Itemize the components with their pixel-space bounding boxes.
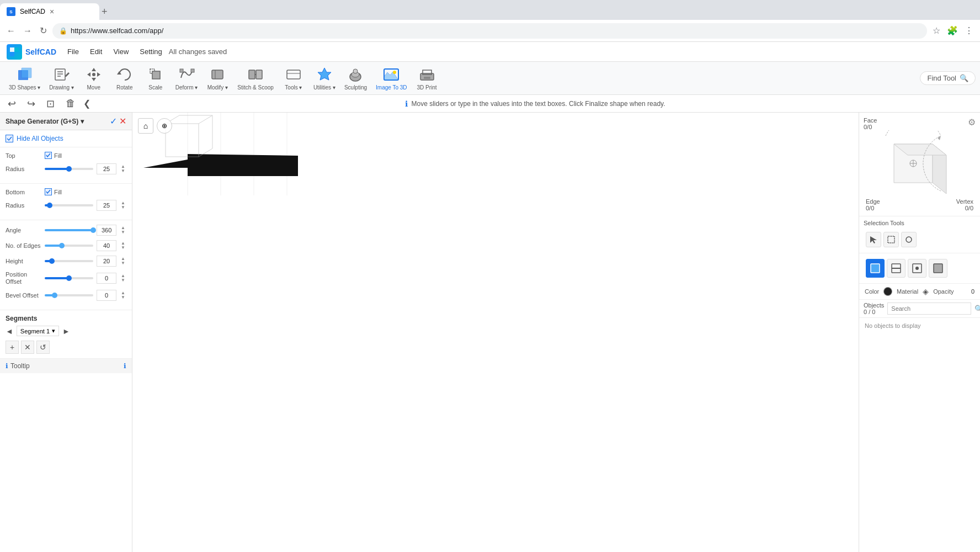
bottom-radius-down[interactable]: ▼ bbox=[120, 205, 126, 210]
tool-modify[interactable]: Modify ▾ bbox=[202, 63, 233, 93]
top-radius-thumb[interactable] bbox=[66, 166, 72, 172]
bottom-radius-slider-container[interactable] bbox=[45, 204, 93, 206]
angle-thumb[interactable] bbox=[90, 227, 96, 233]
delete-btn[interactable]: 🗑 bbox=[62, 97, 79, 110]
top-radius-slider[interactable] bbox=[45, 168, 93, 170]
panel-cancel-btn[interactable]: ✕ bbox=[119, 116, 126, 126]
tool-drawing[interactable]: Drawing ▾ bbox=[45, 63, 78, 93]
height-thumb[interactable] bbox=[49, 258, 55, 264]
height-slider-container[interactable] bbox=[45, 260, 93, 262]
face-select-tool[interactable] bbox=[866, 259, 885, 278]
bevel-down[interactable]: ▼ bbox=[120, 295, 126, 300]
panel-confirm-btn[interactable]: ✓ bbox=[110, 116, 117, 126]
home-view-btn[interactable]: ⌂ bbox=[138, 118, 153, 134]
edges-thumb[interactable] bbox=[59, 243, 65, 248]
tool-3d-shapes[interactable]: 3D Shapes ▾ bbox=[4, 63, 45, 93]
pos-offset-down[interactable]: ▼ bbox=[120, 278, 126, 283]
segment-remove-btn[interactable]: ✕ bbox=[21, 341, 34, 354]
segment-prev-btn[interactable]: ◄ bbox=[6, 327, 13, 336]
bookmark-icon[interactable]: ☆ bbox=[930, 23, 942, 38]
view-menu[interactable]: View bbox=[109, 45, 133, 58]
bevel-thumb[interactable] bbox=[52, 293, 57, 298]
menu-icon[interactable]: ⋮ bbox=[962, 23, 976, 38]
color-picker[interactable] bbox=[883, 287, 892, 296]
view-settings-icon[interactable]: ⚙ bbox=[968, 117, 976, 128]
segment-select[interactable]: Segment 1 ▾ bbox=[17, 326, 59, 336]
setting-menu[interactable]: Setting bbox=[135, 45, 166, 58]
angle-slider-container[interactable] bbox=[45, 229, 93, 231]
pos-offset-thumb[interactable] bbox=[66, 275, 72, 281]
tool-utilities[interactable]: Utilities ▾ bbox=[309, 63, 340, 93]
bottom-fill-checkbox[interactable] bbox=[45, 188, 52, 195]
redo-btn[interactable]: ↪ bbox=[24, 97, 39, 111]
copy-btn[interactable]: ⊡ bbox=[43, 97, 58, 111]
material-icon[interactable]: ◈ bbox=[923, 287, 929, 296]
angle-spinner[interactable]: ▲ ▼ bbox=[120, 226, 126, 235]
vertex-select-tool[interactable] bbox=[908, 259, 926, 278]
bevel-slider-container[interactable] bbox=[45, 294, 93, 296]
bottom-radius-thumb[interactable] bbox=[47, 203, 52, 208]
address-bar[interactable]: 🔒 https://www.selfcad.com/app/ bbox=[52, 23, 927, 39]
file-menu[interactable]: File bbox=[63, 45, 83, 58]
undo-btn[interactable]: ↩ bbox=[4, 97, 19, 111]
nav-cube[interactable] bbox=[864, 130, 963, 197]
bevel-slider[interactable] bbox=[45, 294, 93, 296]
tool-image-to-3d[interactable]: Image To 3D bbox=[371, 63, 412, 93]
pos-offset-input[interactable] bbox=[97, 273, 116, 284]
pos-offset-spinner[interactable]: ▲ ▼ bbox=[120, 274, 126, 283]
hide-objects-checkbox[interactable] bbox=[6, 135, 13, 142]
objects-search-icon[interactable]: 🔍 bbox=[974, 305, 980, 313]
tooltip-help-icon[interactable]: ℹ bbox=[124, 362, 126, 370]
top-radius-slider-container[interactable] bbox=[45, 168, 93, 170]
extensions-icon[interactable]: 🧩 bbox=[945, 23, 960, 38]
forward-btn[interactable]: → bbox=[21, 24, 34, 38]
top-radius-spinner[interactable]: ▲ ▼ bbox=[120, 164, 126, 173]
top-fill-checkbox[interactable] bbox=[45, 152, 52, 159]
find-tool-btn[interactable]: Find Tool 🔍 bbox=[920, 71, 976, 85]
edge-select-tool[interactable] bbox=[887, 259, 906, 278]
edges-spinner[interactable]: ▲ ▼ bbox=[120, 241, 126, 250]
viewport[interactable]: 1. 2. 3. 4. 5. bbox=[132, 113, 859, 552]
object-select-tool[interactable] bbox=[929, 259, 947, 278]
bottom-radius-slider[interactable] bbox=[45, 204, 93, 206]
segment-reset-btn[interactable]: ↺ bbox=[36, 341, 50, 354]
height-spinner[interactable]: ▲ ▼ bbox=[120, 257, 126, 266]
tab-close-btn[interactable]: × bbox=[50, 7, 54, 16]
bottom-radius-input[interactable] bbox=[97, 200, 116, 211]
height-input[interactable] bbox=[97, 256, 116, 267]
angle-down[interactable]: ▼ bbox=[120, 230, 126, 235]
bevel-spinner[interactable]: ▲ ▼ bbox=[120, 291, 126, 300]
bottom-fill-check[interactable]: Fill bbox=[45, 188, 62, 195]
segment-next-btn[interactable]: ► bbox=[62, 327, 70, 336]
edges-slider[interactable] bbox=[45, 245, 93, 247]
segment-add-btn[interactable]: + bbox=[6, 341, 19, 354]
back-btn[interactable]: ← bbox=[4, 24, 18, 38]
height-down[interactable]: ▼ bbox=[120, 261, 126, 266]
compass-btn[interactable]: ⊕ bbox=[157, 118, 172, 134]
angle-slider[interactable] bbox=[45, 229, 93, 231]
edges-input[interactable] bbox=[97, 240, 116, 251]
select-brush-tool[interactable] bbox=[901, 232, 917, 247]
panel-dropdown-icon[interactable]: ▾ bbox=[81, 118, 84, 125]
refresh-btn[interactable]: ↻ bbox=[38, 23, 49, 38]
bevel-input[interactable] bbox=[97, 290, 116, 301]
tool-move[interactable]: Move bbox=[78, 63, 109, 93]
top-radius-input[interactable] bbox=[97, 163, 116, 174]
hide-objects-row[interactable]: Hide All Objects bbox=[0, 130, 132, 147]
tool-rotate[interactable]: Rotate bbox=[109, 63, 140, 93]
edit-menu[interactable]: Edit bbox=[86, 45, 106, 58]
tool-scale[interactable]: Scale bbox=[140, 63, 171, 93]
objects-search-input[interactable] bbox=[887, 302, 971, 315]
angle-input[interactable] bbox=[97, 225, 116, 236]
pos-offset-slider-container[interactable] bbox=[45, 277, 93, 279]
panel-collapse-icon[interactable]: ❮ bbox=[83, 98, 90, 109]
top-radius-down[interactable]: ▼ bbox=[120, 169, 126, 173]
tool-sculpting[interactable]: Sculpting bbox=[340, 63, 371, 93]
edges-slider-container[interactable] bbox=[45, 245, 93, 247]
new-tab-btn[interactable]: + bbox=[102, 6, 108, 18]
bottom-radius-spinner[interactable]: ▲ ▼ bbox=[120, 201, 126, 210]
tool-deform[interactable]: Deform ▾ bbox=[171, 63, 203, 93]
select-arrow-tool[interactable] bbox=[866, 232, 881, 247]
height-slider[interactable] bbox=[45, 260, 93, 262]
tool-stitch-scoop[interactable]: Stitch & Scoop bbox=[233, 63, 278, 93]
